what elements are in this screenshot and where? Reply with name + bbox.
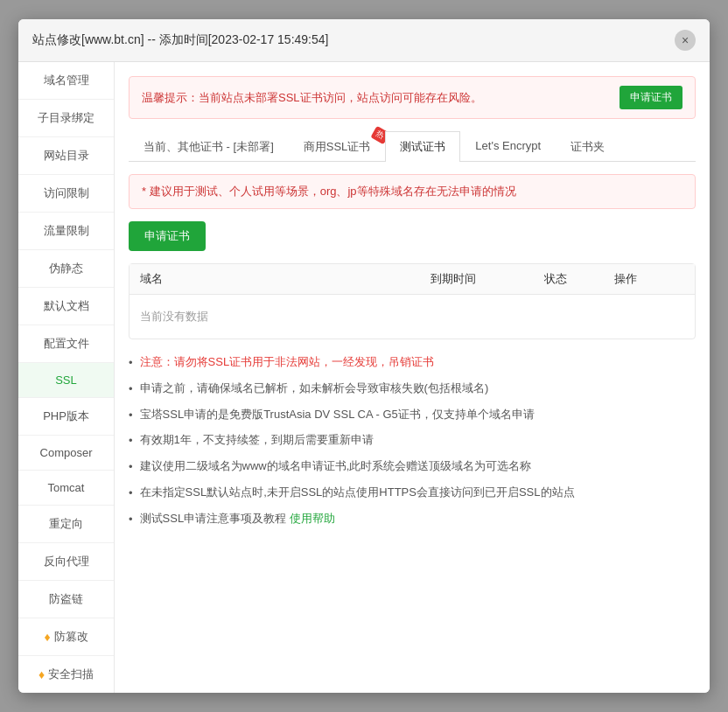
sidebar-item-scan[interactable]: ♦ 安全扫描 [18,656,114,693]
note-3: 宝塔SSL申请的是免费版TrustAsia DV SSL CA - G5证书，仅… [129,406,696,425]
col-action: 操作 [614,271,684,287]
notes-section: 注意：请勿将SSL证书用于非法网站，一经发现，吊销证书 申请之前，请确保域名已解… [129,353,696,529]
sidebar-item-sitelist[interactable]: 网站目录 [18,137,114,175]
info-bar: * 建议用于测试、个人试用等场景，org、jp等特殊域名存在无法申请的情况 [129,174,696,209]
tabs: 当前、其他证书 - [未部署] 商用SSL证书 热 测试证书 Let's Enc… [129,131,696,162]
note-5-text: 建议使用二级域名为www的域名申请证书,此时系统会赠送顶级域名为可选名称 [140,457,532,476]
note-4: 有效期1年，不支持续签，到期后需要重新申请 [129,431,696,450]
note-3-text: 宝塔SSL申请的是免费版TrustAsia DV SSL CA - G5证书，仅… [140,406,535,424]
sidebar-item-redirect[interactable]: 重定向 [18,506,114,543]
modal-body: 域名管理 子目录绑定 网站目录 访问限制 流量限制 伪静态 默认文档 配置文件 … [18,62,710,693]
gem-icon: ♦ [44,630,50,644]
note-2-text: 申请之前，请确保域名已解析，如未解析会导致审核失败(包括根域名) [140,380,489,398]
cert-table-header: 域名 到期时间 状态 操作 [130,264,695,295]
apply-cert-button[interactable]: 申请证书 [129,221,206,251]
note-6: 在未指定SSL默认站点时,未开启SSL的站点使用HTTPS会直接访问到已开启SS… [129,484,696,503]
tab-current[interactable]: 当前、其他证书 - [未部署] [129,131,289,162]
warning-text: 温馨提示：当前站点未部署SSL证书访问，站点访问可能存在风险。 [142,90,482,106]
sidebar-item-antitamper[interactable]: ♦ 防篡改 [18,618,114,656]
note-5: 建议使用二级域名为www的域名申请证书,此时系统会赠送顶级域名为可选名称 [129,457,696,477]
tab-test[interactable]: 测试证书 [385,131,460,162]
gem-icon-2: ♦ [38,667,45,681]
sidebar: 域名管理 子目录绑定 网站目录 访问限制 流量限制 伪静态 默认文档 配置文件 … [18,62,115,693]
note-4-text: 有效期1年，不支持续签，到期后需要重新申请 [140,431,374,450]
note-6-text: 在未指定SSL默认站点时,未开启SSL的站点使用HTTPS会直接访问到已开启SS… [140,484,575,502]
note-1-text: 注意：请勿将SSL证书用于非法网站，一经发现，吊销证书 [140,353,435,372]
tab-folder[interactable]: 证书夹 [556,131,620,162]
sidebar-item-php[interactable]: PHP版本 [18,398,114,436]
col-status: 状态 [544,271,614,287]
sidebar-item-composer[interactable]: Composer [18,436,114,471]
help-link[interactable]: 使用帮助 [290,510,335,528]
modal-window: 站点修改[www.bt.cn] -- 添加时间[2023-02-17 15:49… [18,19,710,693]
tab-commercial[interactable]: 商用SSL证书 热 [289,131,386,162]
info-text: * 建议用于测试、个人试用等场景，org、jp等特殊域名存在无法申请的情况 [142,185,516,198]
tab-letsencrypt[interactable]: Let's Encrypt [460,131,556,162]
warning-apply-cert-button[interactable]: 申请证书 [620,86,682,109]
main-content: 温馨提示：当前站点未部署SSL证书访问，站点访问可能存在风险。 申请证书 当前、… [115,62,710,693]
col-expiry: 到期时间 [430,271,544,287]
sidebar-item-pseudo[interactable]: 伪静态 [18,250,114,288]
sidebar-item-subdir[interactable]: 子目录绑定 [18,100,114,137]
sidebar-item-default[interactable]: 默认文档 [18,288,114,325]
sidebar-item-domain[interactable]: 域名管理 [18,62,114,100]
sidebar-item-access[interactable]: 访问限制 [18,175,114,213]
sidebar-item-reverseproxy[interactable]: 反向代理 [18,543,114,581]
close-button[interactable]: × [675,30,696,51]
sidebar-item-traffic[interactable]: 流量限制 [18,213,114,250]
sidebar-item-tomcat[interactable]: Tomcat [18,471,114,506]
note-7: 测试SSL申请注意事项及教程 使用帮助 [129,510,696,529]
sidebar-item-config[interactable]: 配置文件 [18,325,114,363]
modal-title: 站点修改[www.bt.cn] -- 添加时间[2023-02-17 15:49… [32,32,328,48]
note-1: 注意：请勿将SSL证书用于非法网站，一经发现，吊销证书 [129,353,696,373]
sidebar-item-hotlink[interactable]: 防盗链 [18,581,114,618]
note-2: 申请之前，请确保域名已解析，如未解析会导致审核失败(包括根域名) [129,380,696,399]
sidebar-item-ssl[interactable]: SSL [18,363,114,398]
cert-table: 域名 到期时间 状态 操作 当前没有数据 [129,263,696,339]
modal-header: 站点修改[www.bt.cn] -- 添加时间[2023-02-17 15:49… [18,19,710,62]
col-domain: 域名 [140,271,430,287]
cert-table-empty: 当前没有数据 [130,295,695,339]
note-7-text: 测试SSL申请注意事项及教程 [140,510,287,528]
warning-bar: 温馨提示：当前站点未部署SSL证书访问，站点访问可能存在风险。 申请证书 [129,76,696,119]
